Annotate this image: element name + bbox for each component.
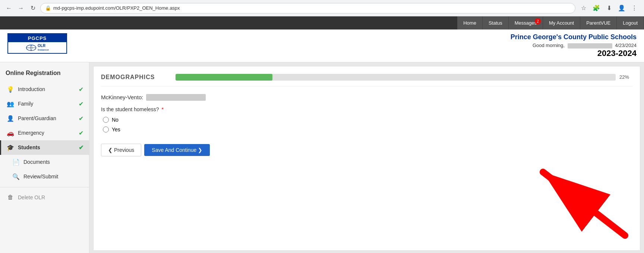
sidebar-item-students[interactable]: 🎓 Students ✔ (0, 140, 89, 155)
review-submit-label: Review/Submit (23, 174, 58, 179)
parent-guardian-label: Parent/Guardian (18, 115, 56, 121)
sidebar-title: Online Registration (0, 68, 89, 82)
url-text: md-pgcps-imp.edupoint.com/OLR/PXP2_OEN_H… (53, 5, 180, 11)
svg-line-3 (543, 172, 625, 235)
parent-guardian-check: ✔ (79, 115, 83, 122)
greeting-text: Good morning, 4/23/2024 (511, 43, 637, 49)
messages-badge: 2 (535, 18, 541, 24)
previous-button[interactable]: ❮ Previous (101, 144, 141, 156)
introduction-label: Introduction (18, 86, 45, 92)
documents-label: Documents (23, 159, 50, 165)
sidebar-item-delete-olr[interactable]: 🗑 Delete OLR (0, 190, 89, 204)
family-check: ✔ (79, 100, 83, 107)
homeless-question: Is the student homeless? * (101, 106, 632, 112)
logo-pgcps-text: PGCPS (28, 35, 47, 41)
radio-yes-label[interactable]: Yes (112, 126, 120, 132)
button-row: ❮ Previous Save And Continue ❯ (101, 144, 632, 156)
progress-bar-container: 22% (176, 74, 632, 81)
user-name-blurred (568, 43, 612, 49)
sidebar: Online Registration 💡 Introduction ✔ 👥 F… (0, 62, 89, 253)
back-button[interactable]: ← (4, 4, 13, 13)
browser-bar: ← → ↻ 🔒 md-pgcps-imp.edupoint.com/OLR/PX… (0, 0, 644, 16)
myaccount-nav-button[interactable]: My Account (543, 16, 580, 29)
introduction-icon: 💡 (7, 86, 14, 93)
question-text: Is the student homeless? (101, 106, 159, 112)
sidebar-item-family[interactable]: 👥 Family ✔ (0, 97, 89, 111)
review-submit-icon: 🔍 (12, 173, 20, 180)
annotation-arrow-svg (483, 157, 640, 247)
mckinney-label-text: McKinney-Vento: (101, 94, 143, 100)
extensions-button[interactable]: 🧩 (591, 3, 602, 13)
mckinney-label: McKinney-Vento: (101, 94, 632, 101)
school-name: Prince George's County Public Schools (511, 33, 637, 41)
reload-button[interactable]: ↻ (28, 4, 37, 13)
sidebar-divider (0, 187, 89, 187)
delete-label: Delete OLR (18, 194, 45, 200)
page-header: PGCPS OLR (0, 29, 644, 62)
mckinney-section: McKinney-Vento: Is the student homeless?… (101, 94, 632, 132)
required-indicator: * (162, 106, 164, 112)
forward-button[interactable]: → (16, 4, 25, 13)
sidebar-item-documents[interactable]: 📄 Documents (0, 155, 89, 169)
messages-nav-button[interactable]: Messages 2 (509, 16, 543, 29)
browser-actions: ☆ 🧩 ⬇ 👤 ⋮ (578, 3, 640, 13)
progress-fill (176, 74, 272, 81)
date-label: 4/23/2024 (615, 43, 637, 48)
radio-option-no[interactable]: No (103, 117, 632, 123)
students-label: Students (18, 144, 40, 150)
delete-icon: 🗑 (7, 194, 14, 201)
pgcps-logo: PGCPS OLR (7, 33, 67, 54)
year-display: 2023-2024 (511, 49, 637, 58)
homeless-radio-group: No Yes (103, 117, 632, 132)
family-label: Family (18, 101, 33, 107)
radio-yes-input[interactable] (103, 126, 109, 132)
introduction-check: ✔ (79, 86, 83, 93)
downloads-button[interactable]: ⬇ (604, 3, 614, 13)
lock-icon: 🔒 (45, 5, 51, 11)
sidebar-item-review-submit[interactable]: 🔍 Review/Submit (0, 169, 89, 184)
students-icon: 🎓 (7, 144, 14, 151)
progress-label: 22% (619, 74, 632, 80)
family-icon: 👥 (7, 100, 14, 107)
radio-no-input[interactable] (103, 117, 109, 123)
status-nav-button[interactable]: Status (483, 16, 509, 29)
sidebar-item-introduction[interactable]: 💡 Introduction ✔ (0, 82, 89, 97)
parentvue-nav-button[interactable]: ParentVUE (580, 16, 617, 29)
logo-area: PGCPS OLR (7, 33, 67, 54)
url-bar[interactable]: 🔒 md-pgcps-imp.edupoint.com/OLR/PXP2_OEN… (40, 3, 575, 13)
mckinney-value-blurred (146, 94, 206, 101)
greeting-label: Good morning, (533, 43, 565, 48)
documents-icon: 📄 (12, 159, 20, 166)
header-right: Prince George's County Public Schools Go… (511, 33, 637, 58)
radio-option-yes[interactable]: Yes (103, 126, 632, 132)
logo-emblem-svg (26, 44, 37, 52)
profile-button[interactable]: 👤 (616, 3, 627, 13)
logout-nav-button[interactable]: Logout (617, 16, 644, 29)
emergency-check: ✔ (79, 129, 83, 137)
section-header: DEMOGRAPHICS 22% (101, 74, 632, 87)
parent-guardian-icon: 👤 (7, 115, 14, 122)
save-and-continue-button[interactable]: Save And Continue ❯ (144, 144, 210, 156)
main-layout: Online Registration 💡 Introduction ✔ 👥 F… (0, 62, 644, 253)
radio-no-label[interactable]: No (112, 117, 119, 123)
top-navigation: Home Status Messages 2 My Account Parent… (0, 16, 644, 29)
emergency-label: Emergency (18, 130, 44, 136)
menu-button[interactable]: ⋮ (629, 3, 640, 13)
bookmark-button[interactable]: ☆ (578, 3, 589, 13)
sidebar-item-parent-guardian[interactable]: 👤 Parent/Guardian ✔ (0, 111, 89, 126)
progress-track (176, 74, 616, 81)
sidebar-item-emergency[interactable]: 🚗 Emergency ✔ (0, 126, 89, 140)
emergency-icon: 🚗 (7, 129, 14, 137)
section-title: DEMOGRAPHICS (101, 74, 168, 81)
home-nav-button[interactable]: Home (457, 16, 483, 29)
content-area: DEMOGRAPHICS 22% McKinney-Vento: Is the … (93, 66, 640, 251)
students-check: ✔ (79, 144, 83, 151)
